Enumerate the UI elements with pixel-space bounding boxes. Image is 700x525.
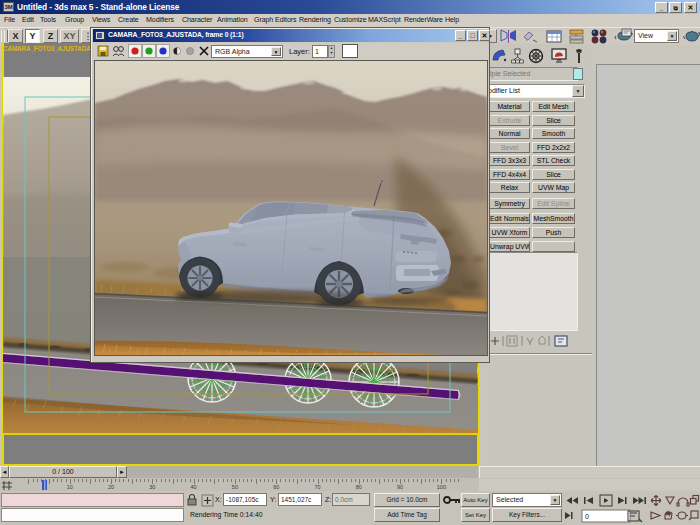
- svg-text:0: 0: [585, 513, 589, 520]
